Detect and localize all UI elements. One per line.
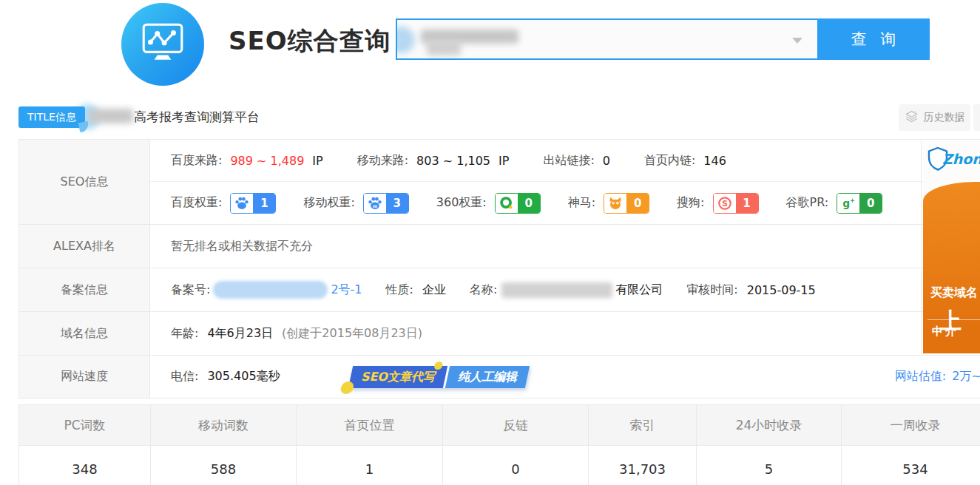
- table-cell: 0: [443, 446, 589, 485]
- alexa-row: 暂无排名或相关数据不充分: [150, 225, 980, 268]
- stat-homepage-inlinks: 首页内链: 146: [644, 153, 726, 169]
- title-info-badge: TITLE信息: [18, 106, 85, 128]
- stat-value: 0: [603, 154, 610, 168]
- stat-outbound-links: 出站链接: 0: [543, 153, 610, 169]
- weight-label: 移动权重:: [303, 195, 354, 211]
- row-label-icp: 备案信息: [19, 268, 150, 312]
- stat-mobile-traffic: 移动来路: 803 ~ 1,105 IP: [357, 153, 510, 169]
- so360-weight-badge[interactable]: 0: [495, 193, 541, 214]
- redacted-title-prefix: [89, 109, 133, 123]
- svg-text:S: S: [722, 199, 728, 208]
- site-valuation-link[interactable]: 网站估值: 2万~3: [895, 369, 980, 384]
- icp-nature-label: 性质:: [386, 282, 413, 298]
- weight-baidu-mobile: 移动权重: m 3: [303, 193, 408, 214]
- svg-text:g: g: [843, 197, 851, 209]
- redacted-company-name: [501, 282, 612, 298]
- icp-number-label: 备案号:: [171, 282, 210, 298]
- weight-shenma: 神马: 0: [568, 193, 649, 214]
- seo-traffic-row: 百度来路: 989 ~ 1,489 IP 移动来路: 803 ~ 1,105 I…: [150, 140, 980, 182]
- valuation-value: 2万~3: [952, 369, 980, 384]
- baidu-weight-badge[interactable]: 1: [230, 193, 276, 214]
- domain-age-value: 4年6月23日: [207, 326, 273, 342]
- layers-icon: [905, 109, 919, 126]
- stat-label: 首页内链:: [644, 153, 695, 169]
- weight-360: 360权重: 0: [436, 193, 541, 214]
- icp-audit-label: 审核时间:: [686, 282, 737, 298]
- weight-value: 0: [626, 194, 649, 213]
- page-title: SEO综合查询: [229, 24, 391, 58]
- table-cell: 534: [842, 446, 980, 485]
- history-button-label: 历史数据: [924, 111, 965, 124]
- stat-label: 移动来路:: [357, 153, 408, 169]
- weight-value: 0: [518, 194, 540, 213]
- weight-value: 1: [736, 194, 758, 213]
- weight-value: 1: [253, 194, 275, 213]
- ad-line1: 买卖域名: [930, 285, 978, 301]
- weight-baidu: 百度权重: 1: [171, 193, 276, 214]
- column-header: 首页位置: [297, 405, 443, 446]
- ad-brand-area: Zhong: [923, 140, 980, 182]
- table-cell: 31,703: [589, 446, 697, 485]
- baidu-paw-icon: [231, 194, 253, 213]
- clipped-button[interactable]: [973, 104, 980, 131]
- table-cell: 5: [697, 446, 842, 485]
- baidu-mobile-weight-badge[interactable]: m 3: [363, 193, 409, 214]
- search-input[interactable]: [396, 18, 817, 60]
- query-button[interactable]: 查 询: [817, 18, 930, 60]
- google-plus-icon: g +: [837, 194, 859, 213]
- history-data-button[interactable]: 历史数据: [899, 104, 970, 131]
- column-header: 反链: [443, 405, 589, 446]
- table-cell: 1: [297, 446, 443, 485]
- seo-summary-table: SEO信息 百度来路: 989 ~ 1,489 IP 移动来路: 803 ~ 1…: [18, 139, 980, 398]
- weight-label: 百度权重:: [171, 195, 222, 211]
- column-header: 24小时收录: [697, 405, 842, 446]
- ad-footer: 中介: [927, 319, 980, 343]
- icp-row: 备案号: 2号-1 性质: 企业 名称: 有限公司 审核时间: 2015-09-…: [150, 268, 980, 312]
- column-header: 移动词数: [151, 405, 297, 446]
- weight-google-pr: 谷歌PR: g + 0: [786, 193, 883, 214]
- speed-row: 电信: 305.405毫秒 SEO文章代写 纯人工编辑 网站估值: 2万~3: [150, 356, 980, 398]
- shenma-weight-badge[interactable]: 0: [604, 193, 649, 214]
- table-cell: 348: [19, 446, 151, 485]
- row-label-speed: 网站速度: [19, 356, 150, 398]
- ad-brand-text: Zhong: [942, 151, 980, 167]
- row-label-domain: 域名信息: [19, 312, 150, 356]
- redacted-icp-number: [213, 281, 328, 299]
- row-label-alexa: ALEXA排名: [19, 225, 150, 268]
- so360-ring-icon: [496, 194, 518, 213]
- icp-audit-date: 2015-09-15: [747, 283, 816, 297]
- speed-telecom-value: 305.405毫秒: [207, 369, 280, 384]
- stat-baidu-traffic: 百度来路: 989 ~ 1,489 IP: [171, 153, 323, 169]
- stat-suffix: IP: [499, 154, 509, 168]
- table-cell: 588: [151, 446, 297, 485]
- column-header: PC词数: [19, 405, 151, 446]
- stat-value: 146: [703, 154, 726, 168]
- stat-value: 989 ~ 1,489: [230, 154, 304, 168]
- valuation-label: 网站估值:: [895, 369, 946, 384]
- redacted-query-text: [427, 40, 461, 55]
- monitor-chart-icon: [138, 21, 187, 67]
- weight-label: 神马:: [568, 195, 595, 211]
- keyword-stats-table: PC词数 移动词数 首页位置 反链 索引 24小时收录 一周收录 348 588…: [18, 404, 980, 485]
- icp-name-suffix: 有限公司: [615, 282, 663, 298]
- stat-label: 百度来路:: [171, 153, 222, 169]
- speed-telecom-label: 电信:: [171, 369, 198, 384]
- google-pr-badge[interactable]: g + 0: [837, 193, 882, 214]
- chevron-down-icon[interactable]: [792, 38, 802, 44]
- domain-age-label: 年龄:: [171, 326, 198, 342]
- icp-name-label: 名称:: [470, 282, 497, 298]
- stat-suffix: IP: [312, 154, 322, 168]
- side-ad-banner[interactable]: Zhong 买卖域名 上 中介: [923, 140, 980, 353]
- svg-text:m: m: [373, 203, 377, 208]
- promo-banner[interactable]: SEO文章代写 纯人工编辑: [348, 366, 529, 388]
- icp-number-link[interactable]: 2号-1: [331, 282, 362, 298]
- stat-value: 803 ~ 1,105: [416, 154, 490, 168]
- table-right-border: [921, 139, 922, 353]
- search-bar: 查 询: [396, 18, 930, 60]
- weight-value: 0: [859, 194, 882, 213]
- sogou-weight-badge[interactable]: S 1: [713, 193, 759, 214]
- svg-text:+: +: [850, 197, 855, 204]
- weight-value: 3: [386, 194, 408, 213]
- shenma-owl-icon: [604, 194, 626, 213]
- weight-sogou: 搜狗: S 1: [677, 193, 758, 214]
